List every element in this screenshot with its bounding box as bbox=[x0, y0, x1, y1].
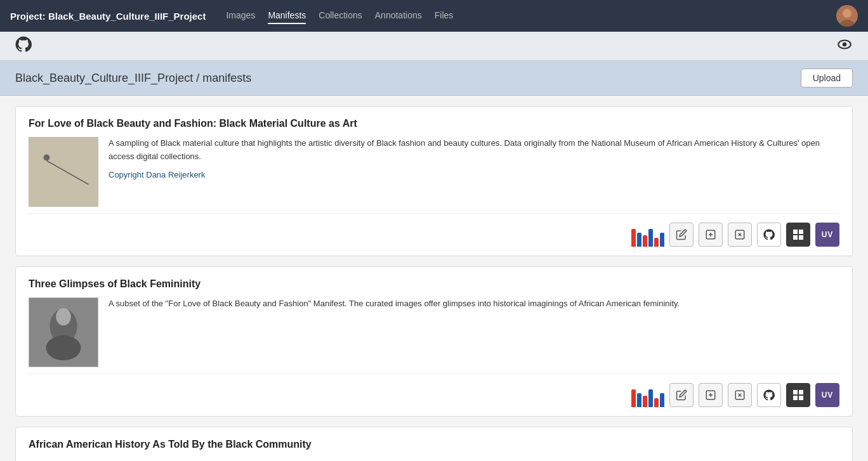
manifest-body-1: A sampling of Black material culture tha… bbox=[29, 137, 839, 207]
github-button-1[interactable] bbox=[757, 223, 781, 247]
svg-rect-16 bbox=[799, 235, 803, 240]
user-avatar[interactable] bbox=[836, 5, 858, 27]
uv-button-1[interactable]: UV bbox=[815, 223, 839, 247]
edit-button-1[interactable] bbox=[669, 223, 694, 247]
upload-button[interactable]: Upload bbox=[801, 68, 853, 88]
svg-rect-14 bbox=[799, 230, 803, 234]
github-icon[interactable] bbox=[15, 36, 32, 56]
manifest-card-3: African American History As Told By the … bbox=[15, 427, 853, 461]
project-title: Project: Black_Beauty_Culture_IIIF_Proje… bbox=[10, 11, 206, 22]
delete-button-1[interactable] bbox=[728, 223, 752, 247]
nav-images[interactable]: Images bbox=[226, 8, 255, 24]
breadcrumb-bar: Black_Beauty_Culture_IIIF_Project / mani… bbox=[0, 61, 868, 96]
nav-collections[interactable]: Collections bbox=[319, 8, 362, 24]
svg-rect-13 bbox=[793, 230, 798, 234]
manifest-body-2: A subset of the "For Love of Black Beaut… bbox=[29, 297, 839, 367]
manifest-card-1: For Love of Black Beauty and Fashion: Bl… bbox=[15, 106, 853, 256]
manifest-thumb-1 bbox=[29, 137, 98, 207]
mirador-button-1[interactable] bbox=[786, 223, 810, 247]
nav-links: Images Manifests Collections Annotations… bbox=[226, 8, 836, 24]
add-button-1[interactable] bbox=[699, 223, 723, 247]
github-button-2[interactable] bbox=[757, 383, 781, 407]
nav-annotations[interactable]: Annotations bbox=[375, 8, 422, 24]
svg-rect-29 bbox=[793, 396, 798, 400]
main-content: For Love of Black Beauty and Fashion: Bl… bbox=[0, 96, 868, 461]
delete-button-2[interactable] bbox=[728, 383, 752, 407]
nav-files[interactable]: Files bbox=[435, 8, 454, 24]
edit-button-2[interactable] bbox=[669, 383, 694, 407]
manifest-card-2: Three Glimpses of Black Femininity A sub… bbox=[15, 266, 853, 417]
svg-rect-30 bbox=[799, 396, 803, 400]
mirador-button-2[interactable] bbox=[786, 383, 810, 407]
svg-point-1 bbox=[843, 9, 852, 18]
svg-rect-27 bbox=[793, 390, 798, 394]
manifest-desc-2: A subset of the "For Love of Black Beaut… bbox=[109, 297, 839, 311]
iiif-logo-2[interactable] bbox=[631, 383, 664, 407]
svg-point-5 bbox=[44, 155, 50, 161]
manifest-desc-1: A sampling of Black material culture tha… bbox=[109, 137, 839, 181]
manifest-desc-3: A sampling of videos from the Internet A… bbox=[29, 458, 839, 461]
manifest-copyright-1: Copyright Dana Reijerkerk bbox=[109, 169, 839, 182]
breadcrumb: Black_Beauty_Culture_IIIF_Project / mani… bbox=[15, 72, 801, 85]
svg-point-4 bbox=[843, 42, 847, 46]
manifest-title-1: For Love of Black Beauty and Fashion: Bl… bbox=[29, 118, 839, 129]
manifest-title-2: Three Glimpses of Black Femininity bbox=[29, 278, 839, 290]
uv-button-2[interactable]: UV bbox=[815, 383, 839, 407]
subheader bbox=[0, 32, 868, 61]
manifest-actions-2: UV bbox=[29, 383, 839, 407]
svg-rect-15 bbox=[793, 235, 798, 240]
manifest-title-3: African American History As Told By the … bbox=[29, 439, 839, 450]
top-navigation: Project: Black_Beauty_Culture_IIIF_Proje… bbox=[0, 0, 868, 32]
svg-point-20 bbox=[46, 335, 81, 360]
svg-point-19 bbox=[56, 308, 71, 325]
nav-manifests[interactable]: Manifests bbox=[268, 8, 306, 24]
add-button-2[interactable] bbox=[699, 383, 723, 407]
manifest-thumb-2 bbox=[29, 297, 98, 367]
iiif-logo-1[interactable] bbox=[631, 223, 664, 247]
svg-line-6 bbox=[46, 160, 88, 184]
svg-rect-28 bbox=[799, 390, 803, 394]
eye-icon[interactable] bbox=[836, 36, 853, 56]
manifest-actions-1: UV bbox=[29, 223, 839, 247]
